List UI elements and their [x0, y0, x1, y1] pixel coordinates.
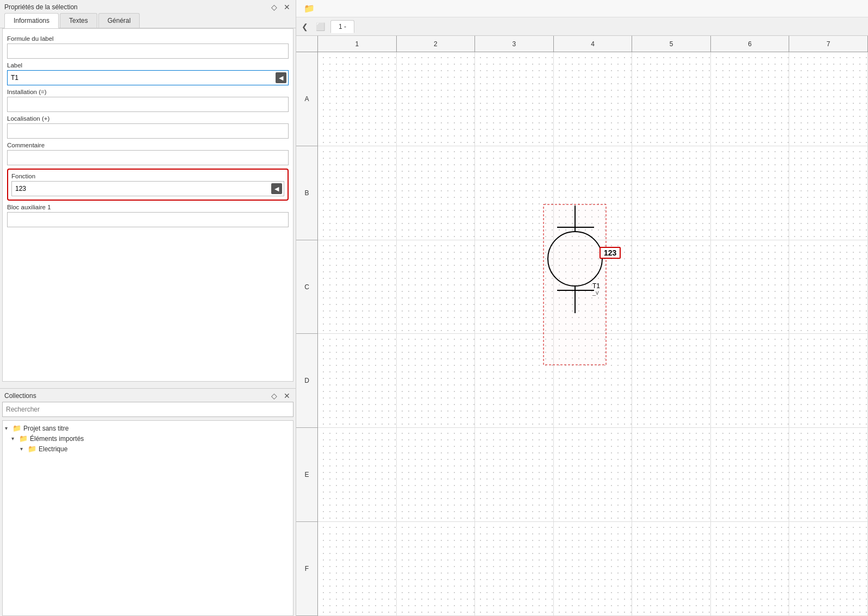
grid-col-7: 7	[789, 36, 868, 52]
collections-title: Collections	[4, 392, 36, 400]
collections-tree: ▾ 📁 Projet sans titre ▾ 📁 Éléments impor…	[2, 420, 294, 616]
label-group: Label ◀	[7, 62, 289, 85]
drawing-area[interactable]: 1 2 3 4 5 6 7 A B C	[296, 36, 868, 616]
cell-F6	[711, 522, 790, 616]
folder-electrique-icon: 📁	[28, 445, 36, 453]
cell-C2	[397, 240, 476, 334]
nav-tab-current[interactable]: 1 -	[330, 20, 354, 33]
tab-informations[interactable]: Informations	[4, 13, 59, 28]
chevron-projet-icon: ▾	[5, 425, 13, 431]
cell-D1	[318, 334, 397, 428]
collections-pin-button[interactable]: ◇	[270, 392, 278, 400]
cell-A4	[554, 52, 633, 146]
grid-row-B: B	[296, 146, 318, 240]
cell-D6	[711, 334, 790, 428]
fonction-group: Fonction ◀	[7, 169, 289, 201]
component-sublabel-v: _v	[592, 289, 599, 296]
left-panel: Propriétés de la sélection ◇ ✕ Informati…	[0, 0, 296, 616]
cell-F3	[475, 522, 554, 616]
fonction-label: Fonction	[11, 173, 284, 179]
formule-group: Formule du label	[7, 35, 289, 59]
label-input-wrapper: ◀	[7, 70, 289, 85]
folder-projet-icon: 📁	[13, 424, 21, 432]
localisation-group: Localisation (+)	[7, 115, 289, 139]
installation-label: Installation (=)	[7, 89, 289, 95]
commentaire-label: Commentaire	[7, 142, 289, 148]
grid-row-D: D	[296, 334, 318, 428]
localisation-label: Localisation (+)	[7, 115, 289, 122]
properties-pin-button[interactable]: ◇	[270, 3, 278, 11]
cell-A5	[632, 52, 711, 146]
cell-A6	[711, 52, 790, 146]
installation-input[interactable]	[7, 97, 289, 112]
cell-E7	[789, 428, 868, 522]
right-panel: 📁 ❮ ⬜ 1 - 1 2 3 4 5 6 7 A	[296, 0, 868, 616]
cell-B5	[632, 146, 711, 240]
collections-close-button[interactable]: ✕	[283, 392, 291, 400]
tree-item-electrique[interactable]: ▾ 📁 Electrique	[3, 444, 293, 454]
grid-col-5: 5	[632, 36, 711, 52]
cell-F4	[554, 522, 633, 616]
cell-C3	[475, 240, 554, 334]
cell-B6	[711, 146, 790, 240]
tab-textes[interactable]: Textes	[60, 13, 97, 28]
bloc-aux-input[interactable]	[7, 212, 289, 227]
tree-label-projet: Projet sans titre	[23, 425, 68, 432]
cell-B3	[475, 146, 554, 240]
formule-input[interactable]	[7, 43, 289, 59]
cell-F7	[789, 522, 868, 616]
grid-row-E: E	[296, 428, 318, 522]
collections-section: Collections ◇ ✕ ▾ 📁 Projet sans titre ▾ …	[0, 389, 296, 616]
tab-general[interactable]: Général	[98, 13, 140, 28]
properties-close-button[interactable]: ✕	[283, 3, 291, 11]
label-clear-button[interactable]: ◀	[276, 72, 286, 83]
properties-header-icons: ◇ ✕	[270, 3, 291, 11]
chevron-electrique-icon: ▾	[20, 446, 28, 452]
cell-B4	[554, 146, 633, 240]
cell-A2	[397, 52, 476, 146]
grid-col-1: 1	[318, 36, 397, 52]
label-label: Label	[7, 62, 289, 69]
grid-row-C: C	[296, 240, 318, 334]
localisation-input[interactable]	[7, 123, 289, 139]
cell-F2	[397, 522, 476, 616]
open-folder-button[interactable]: 📁	[301, 2, 318, 15]
cell-D2	[397, 334, 476, 428]
grid-col-4: 4	[554, 36, 633, 52]
cell-A3	[475, 52, 554, 146]
fonction-badge: 123	[600, 247, 621, 259]
grid-row-A: A	[296, 52, 318, 146]
properties-header: Propriétés de la sélection ◇ ✕	[0, 0, 296, 13]
installation-group: Installation (=)	[7, 89, 289, 112]
toolbar-top: 📁	[296, 0, 868, 17]
grid-corner	[296, 36, 318, 52]
cell-D3	[475, 334, 554, 428]
fonction-input-wrapper: ◀	[11, 181, 284, 196]
cell-D5	[632, 334, 711, 428]
grid-row-F: F	[296, 522, 318, 616]
collections-header-icons: ◇ ✕	[270, 392, 291, 400]
nav-back-button[interactable]: ❮	[299, 21, 310, 32]
tree-label-electrique: Electrique	[39, 445, 67, 453]
chevron-elements-icon: ▾	[11, 435, 19, 441]
formule-label: Formule du label	[7, 35, 289, 42]
commentaire-input[interactable]	[7, 150, 289, 165]
fonction-input[interactable]	[11, 181, 284, 196]
cell-C6	[711, 240, 790, 334]
nav-page-icon-button[interactable]: ⬜	[313, 21, 328, 32]
cell-E1	[318, 428, 397, 522]
cell-D7	[789, 334, 868, 428]
cell-D4	[554, 334, 633, 428]
form-content: Formule du label Label ◀ Installation (=…	[2, 28, 294, 382]
grid-col-2: 2	[397, 36, 476, 52]
cell-E5	[632, 428, 711, 522]
tree-item-elements[interactable]: ▾ 📁 Éléments importés	[3, 433, 293, 444]
cell-A7	[789, 52, 868, 146]
fonction-clear-button[interactable]: ◀	[271, 183, 282, 194]
cell-C1	[318, 240, 397, 334]
tree-label-elements: Éléments importés	[30, 435, 84, 443]
collections-header: Collections ◇ ✕	[0, 389, 296, 402]
label-input[interactable]	[7, 70, 289, 85]
collections-search-input[interactable]	[2, 402, 294, 417]
tree-item-projet[interactable]: ▾ 📁 Projet sans titre	[3, 423, 293, 433]
